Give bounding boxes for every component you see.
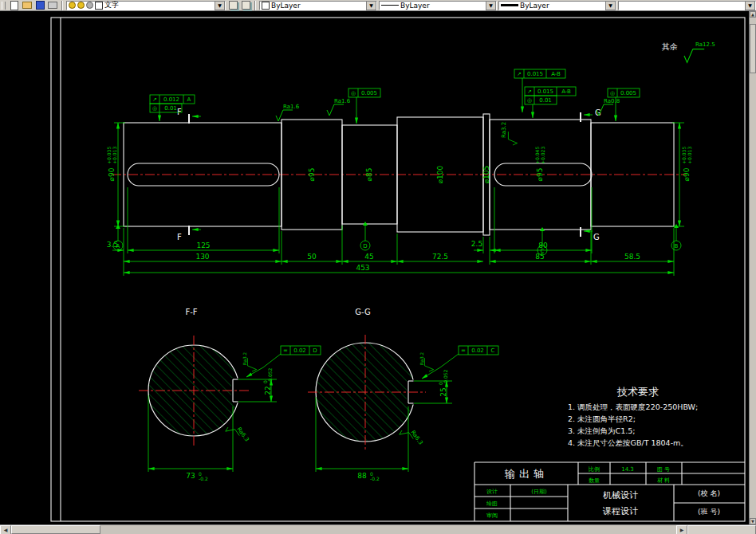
cut-label-g-bottom: G <box>593 233 600 241</box>
toolbar-separator <box>61 1 63 10</box>
dim-value: 88 <box>357 472 367 480</box>
material-label: 材 料 <box>657 477 670 484</box>
linear-dimensions: 3.5 125 2.5 80 130 50 45 72.5 85 58.5 45… <box>107 187 674 276</box>
vertical-scrollbar[interactable]: ▲ ▼ <box>749 11 756 524</box>
tech-req-item: 1. 调质处理，表面硬度220-250HBW; <box>568 402 698 411</box>
chevron-down-icon[interactable]: ▼ <box>215 1 225 10</box>
layer-previous-icon <box>242 1 250 10</box>
layer-freeze-icon[interactable] <box>77 2 85 9</box>
dia-label-90-left: ⌀90 +0.035 +0.013 <box>106 147 117 182</box>
chevron-down-icon[interactable]: ▼ <box>366 1 376 10</box>
dia-tol-lower: +0.013 <box>112 147 117 164</box>
scroll-left-button[interactable]: ◀ <box>0 525 11 534</box>
linetype-combo[interactable]: ByLayer ▼ <box>379 1 497 10</box>
save-button[interactable] <box>34 1 45 10</box>
scroll-down-button[interactable]: ▼ <box>750 518 756 524</box>
plotstyle-combo[interactable]: ▼ <box>618 1 756 10</box>
tol-value: 0.01 <box>164 105 177 112</box>
layer-color-swatch <box>95 2 103 10</box>
tol-symbol: ◎ <box>527 97 532 104</box>
shaft-outline <box>112 114 686 235</box>
toolbar: 文字 ▼ ByLayer ▼ ByLayer ▼ ByLayer ▼ ▼ <box>0 0 756 11</box>
dia-label-85: ⌀85 <box>365 168 373 182</box>
section-gg: G-G 25 0 -0.052 = 0.02 C <box>308 308 498 481</box>
section-label: F-F <box>185 308 197 316</box>
roughness-value: Ra6.3 <box>236 426 250 443</box>
save-icon <box>36 1 45 10</box>
tol-value: 0.01 <box>539 97 552 104</box>
lineweight-combo[interactable]: ByLayer ▼ <box>498 1 616 10</box>
dia-tol-upper: +0.035 <box>681 147 687 164</box>
dia-label-95: ⌀95 <box>308 168 316 182</box>
layer-manager-button[interactable] <box>227 1 238 10</box>
roughness-value: Ra3.2 <box>242 352 247 365</box>
tol-symbol: ↗ <box>152 96 157 103</box>
part-name: 输出轴 <box>504 468 548 480</box>
dim-value: 25 <box>439 387 447 396</box>
tolerance-frame: ↗ 0.012 A <box>150 95 195 104</box>
vertical-scroll-thumb[interactable] <box>750 24 756 73</box>
drawing-svg: 其余 Ra12.5 F F <box>0 11 750 524</box>
scale-label: 比例 <box>589 466 600 473</box>
layer-on-icon[interactable] <box>69 2 76 9</box>
scroll-up-button[interactable]: ▲ <box>750 11 756 18</box>
scroll-right-button[interactable]: ▶ <box>676 525 687 534</box>
class-placeholder: (班 号) <box>698 508 720 516</box>
scale-value: 14.3 <box>621 466 634 473</box>
horizontal-scrollbar[interactable]: ◀ ▶ <box>0 524 756 534</box>
open-button[interactable] <box>22 1 33 10</box>
print-button[interactable] <box>47 1 58 10</box>
drafter-label: 绘图 <box>486 501 498 507</box>
dim-58-5: 58.5 <box>624 253 640 261</box>
new-file-button[interactable] <box>9 1 20 10</box>
toolbar-grip[interactable] <box>2 2 6 10</box>
layer-previous-button[interactable] <box>240 1 251 10</box>
linetype-sample-icon <box>381 5 399 6</box>
dia-value: ⌀100 <box>436 165 444 183</box>
tol-datum: A <box>187 96 191 103</box>
dia-label-90-right: ⌀90 +0.035 +0.013 <box>681 147 692 182</box>
layer-lock-icon[interactable] <box>86 2 93 9</box>
roughness-value: Ra12.5 <box>695 41 715 48</box>
horizontal-scroll-thumb[interactable] <box>11 525 100 534</box>
tol-symbol: ◎ <box>351 90 356 96</box>
tolerance-frame: ◎ 0.01 <box>525 96 557 104</box>
tolerance-frame: ↗ 0.015 A-B <box>514 69 565 78</box>
dim-453: 453 <box>356 264 369 272</box>
new-file-icon <box>10 1 18 10</box>
dia-tol-upper: +0.035 <box>106 147 112 164</box>
dim-tol-lower: -0.052 <box>267 367 273 383</box>
dia-tol-lower: +0.023 <box>540 147 545 164</box>
dim-value: 22 <box>264 386 272 395</box>
drawing-canvas[interactable]: 其余 Ra12.5 F F <box>0 11 750 524</box>
chevron-down-icon[interactable]: ▼ <box>605 1 616 10</box>
dia-value: ⌀95 <box>308 168 316 182</box>
tol-datum: A-B <box>561 88 571 95</box>
roughness-value: Ra3.2 <box>419 352 424 365</box>
tech-req-item: 4. 未注尺寸公差按GB/T 1804-m。 <box>568 438 688 447</box>
section-width-dim: 73 0 -0.2 <box>186 471 208 481</box>
date-label: (日期) <box>531 489 547 495</box>
color-combo[interactable]: ByLayer ▼ <box>259 1 377 10</box>
chevron-down-icon[interactable]: ▼ <box>486 1 496 10</box>
color-swatch <box>262 2 270 10</box>
keyway-width-dim: 25 0 -0.052 <box>438 369 448 396</box>
tol-datum: A-B <box>551 71 561 77</box>
tolerance-frames: ↗ 0.012 A ◎ 0.01 ◎ 0.005 <box>150 69 640 124</box>
toolbar-separator <box>254 1 256 10</box>
tol-symbol: ◎ <box>610 90 615 96</box>
technical-requirements: 技术要求 1. 调质处理，表面硬度220-250HBW; 2. 未注圆角半径R2… <box>568 386 698 447</box>
tol-symbol: ↗ <box>527 88 532 95</box>
dim-72-5: 72.5 <box>432 253 448 261</box>
open-folder-icon <box>22 2 32 9</box>
layer-combo[interactable]: 文字 ▼ <box>66 1 226 10</box>
dia-value: ⌀90 <box>108 167 116 181</box>
color-value: ByLayer <box>271 2 364 10</box>
reviewer-label: 审阅 <box>486 512 498 519</box>
other-surfaces-label: 其余 <box>662 42 678 51</box>
designer-label: 设计 <box>486 489 498 495</box>
tolerance-frame: = 0.02 D <box>281 346 321 355</box>
dia-value: ⌀90 <box>683 167 691 181</box>
chevron-down-icon[interactable]: ▼ <box>745 1 755 10</box>
dim-tol-lower: -0.2 <box>199 476 208 481</box>
